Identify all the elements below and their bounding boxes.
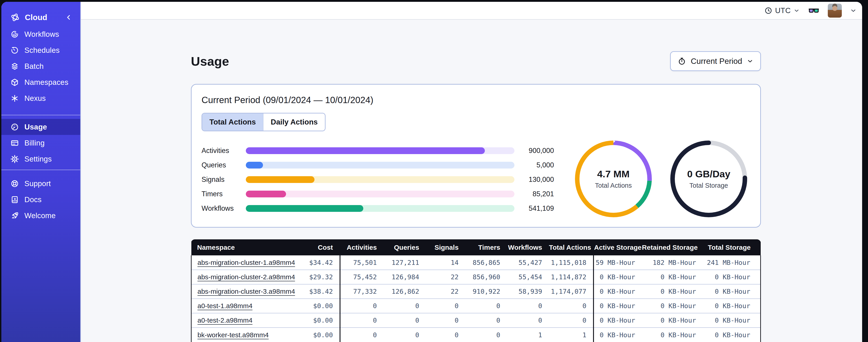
value-cell: 126,862	[383, 284, 426, 299]
column-header-queries: Queries	[383, 239, 426, 255]
bar-track	[246, 176, 515, 183]
bar-label: Timers	[202, 190, 246, 198]
namespace-cell: a0-test-2.a98mm4	[191, 313, 297, 328]
value-cell: 126,984	[383, 270, 426, 284]
bar-fill	[246, 205, 363, 212]
sidebar-divider	[1, 170, 80, 170]
sidebar-item-label: Workflows	[24, 30, 59, 39]
support-icon	[10, 179, 19, 188]
sidebar: Cloud WorkflowsSchedulesBatchNamespacesN…	[1, 2, 81, 342]
value-cell: 0 KB-Hour	[593, 328, 642, 342]
usage-bar-chart: Activities900,000Queries5,000Signals130,…	[202, 143, 554, 216]
value-cell: 59 MB-Hour	[593, 255, 642, 270]
temporal-logo-icon	[10, 13, 20, 22]
column-header-total-storage: Total Storage	[703, 239, 761, 255]
chevron-down-icon	[794, 7, 800, 14]
donut-total-storage: 0 GB/DayTotal Storage	[668, 138, 749, 219]
welcome-icon	[10, 211, 19, 220]
usage-icon	[10, 123, 19, 131]
bar-row-signals: Signals130,000	[202, 172, 554, 187]
nexus-icon	[10, 94, 19, 103]
value-cell: 75,452	[340, 270, 383, 284]
timezone-selector[interactable]: UTC	[764, 6, 800, 15]
bar-label: Activities	[202, 147, 246, 155]
workflows-icon	[10, 30, 19, 39]
value-cell: 55,427	[507, 255, 549, 270]
card-title: Current Period (09/01/2024 — 10/01/2024)	[202, 95, 750, 105]
value-cell: 77,332	[340, 284, 383, 299]
batch-icon	[10, 62, 19, 71]
tab-total-actions[interactable]: Total Actions	[202, 113, 263, 131]
value-cell: 1,114,872	[549, 270, 594, 284]
value-cell: $38.42	[297, 284, 340, 299]
sidebar-item-billing[interactable]: Billing	[1, 135, 80, 151]
sidebar-divider	[1, 115, 80, 115]
chevron-left-icon[interactable]	[65, 13, 72, 21]
labs-glasses-icon[interactable]	[808, 5, 820, 16]
bar-fill	[246, 191, 286, 197]
namespace-cell: a0-test-1.a98mm4	[191, 299, 297, 313]
content: Usage Current Period Cu	[81, 20, 862, 342]
sidebar-nav: WorkflowsSchedulesBatchNamespacesNexusUs…	[1, 26, 80, 224]
billing-icon	[10, 139, 19, 147]
sidebar-item-schedules[interactable]: Schedules	[1, 42, 80, 58]
sidebar-item-usage[interactable]: Usage	[1, 119, 80, 135]
value-cell: 910,922	[465, 284, 507, 299]
sidebar-item-welcome[interactable]: Welcome	[1, 208, 80, 224]
namespace-link[interactable]: a0-test-2.a98mm4	[197, 316, 252, 324]
namespace-cell: abs-migration-cluster-1.a98mm4	[191, 255, 297, 270]
namespace-link[interactable]: abs-migration-cluster-1.a98mm4	[197, 259, 295, 266]
sidebar-item-workflows[interactable]: Workflows	[1, 26, 80, 42]
bar-value: 85,201	[515, 190, 554, 198]
bar-row-workflows: Workflows541,109	[202, 201, 554, 216]
value-cell: 0	[340, 299, 383, 313]
stopwatch-icon	[678, 57, 686, 65]
bar-track	[246, 191, 515, 197]
value-cell: 58,939	[507, 284, 549, 299]
value-cell: 0	[426, 299, 465, 313]
namespace-cell: bk-worker-test.a98mm4	[191, 328, 297, 342]
value-cell: 0 KB-Hour	[593, 299, 642, 313]
bar-value: 900,000	[515, 147, 554, 155]
bar-value: 130,000	[515, 175, 554, 184]
namespace-link[interactable]: abs-migration-cluster-2.a98mm4	[197, 273, 295, 281]
table-row: a0-test-2.a98mm4$0.000000000 KB-Hour0 KB…	[191, 313, 761, 328]
sidebar-item-nexus[interactable]: Nexus	[1, 90, 80, 106]
bar-fill	[246, 147, 485, 154]
sidebar-item-docs[interactable]: Docs	[1, 192, 80, 208]
value-cell: 22	[426, 284, 465, 299]
column-header-active-storage: Active Storage	[593, 239, 642, 255]
value-cell: 0	[549, 299, 594, 313]
timezone-label: UTC	[775, 6, 791, 15]
donut-total-actions: 4.7 MMTotal Actions	[573, 138, 654, 219]
value-cell: $0.00	[297, 299, 340, 313]
namespaces-icon	[10, 78, 19, 87]
sidebar-item-namespaces[interactable]: Namespaces	[1, 74, 80, 90]
period-select-button[interactable]: Current Period	[670, 51, 761, 71]
bar-value: 5,000	[515, 161, 554, 169]
sidebar-item-batch[interactable]: Batch	[1, 58, 80, 74]
usage-period-card: Current Period (09/01/2024 — 10/01/2024)…	[191, 84, 761, 228]
avatar[interactable]	[828, 4, 842, 18]
tab-daily-actions[interactable]: Daily Actions	[263, 113, 325, 131]
value-cell: 127,211	[383, 255, 426, 270]
namespace-link[interactable]: bk-worker-test.a98mm4	[197, 331, 269, 339]
sidebar-item-support[interactable]: Support	[1, 175, 80, 192]
value-cell: 0 KB-Hour	[642, 328, 703, 342]
value-cell: 0 KB-Hour	[642, 284, 703, 299]
namespace-link[interactable]: a0-test-1.a98mm4	[197, 302, 252, 309]
sidebar-item-label: Support	[24, 179, 51, 188]
namespace-cell: abs-migration-cluster-3.a98mm4	[191, 284, 297, 299]
docs-icon	[10, 195, 19, 204]
value-cell: 0 KB-Hour	[703, 270, 761, 284]
sidebar-item-label: Schedules	[24, 46, 60, 55]
sidebar-item-settings[interactable]: Settings	[1, 151, 80, 167]
value-cell: 0 KB-Hour	[642, 299, 703, 313]
user-menu-chevron-down-icon[interactable]	[850, 7, 857, 14]
namespace-link[interactable]: abs-migration-cluster-3.a98mm4	[197, 287, 295, 295]
schedules-icon	[10, 46, 19, 55]
actions-tabs: Total ActionsDaily Actions	[202, 113, 326, 131]
sidebar-item-label: Settings	[24, 155, 52, 163]
bar-label: Queries	[202, 161, 246, 169]
value-cell: $29.32	[297, 270, 340, 284]
